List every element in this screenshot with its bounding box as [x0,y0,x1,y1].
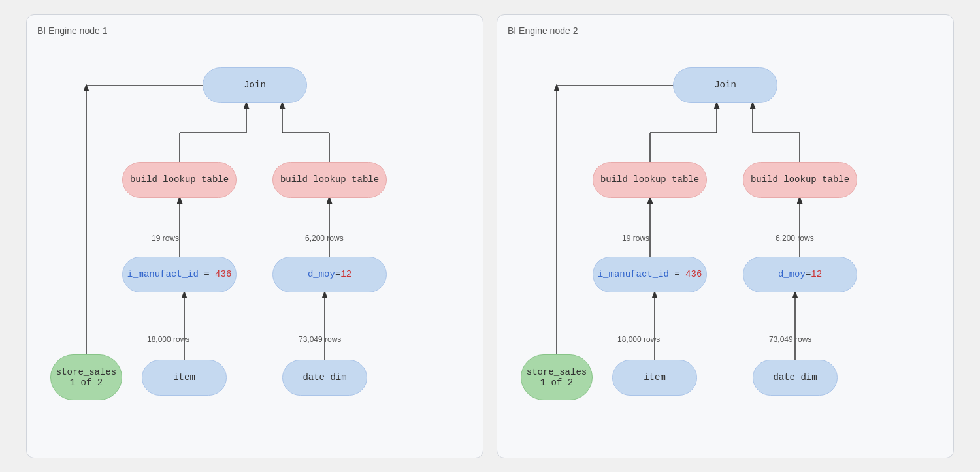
diagram-2: Join build lookup table build lookup tab… [508,41,943,459]
item-node-1: item [142,360,227,396]
filter-right-node-1: d_moy=12 [272,257,387,292]
date-dim-node-2: date_dim [753,360,838,396]
row-label-filter-left-1: 18,000 rows [147,335,189,344]
store-sales-node-2: store_sales 1 of 2 [521,354,593,400]
blt-left-node-1: build lookup table [122,162,237,198]
panel-title-1: BI Engine node 1 [37,25,472,36]
item-node-2: item [612,360,697,396]
join-node-2: Join [673,67,777,103]
engine-panel-1: BI Engine node 1 [26,14,483,458]
blt-left-node-2: build lookup table [593,162,707,198]
row-label-filter-right-1: 73,049 rows [299,335,341,344]
row-label-blt-right-1: 6,200 rows [305,234,344,243]
engine-panel-2: BI Engine node 2 [497,14,954,458]
panel-title-2: BI Engine node 2 [508,25,943,36]
row-label-blt-left-2: 19 rows [622,234,649,243]
filter-right-node-2: d_moy=12 [743,257,857,292]
row-label-filter-right-2: 73,049 rows [769,335,811,344]
filter-left-node-1: i_manufact_id = 436 [122,257,237,292]
store-sales-node-1: store_sales 1 of 2 [50,354,122,400]
diagram-1: Join build lookup table build lookup tab… [37,41,472,459]
row-label-filter-left-2: 18,000 rows [617,335,660,344]
row-label-blt-left-1: 19 rows [152,234,179,243]
blt-right-node-2: build lookup table [743,162,857,198]
date-dim-node-1: date_dim [282,360,367,396]
filter-left-node-2: i_manufact_id = 436 [593,257,707,292]
blt-right-node-1: build lookup table [272,162,387,198]
row-label-blt-right-2: 6,200 rows [776,234,814,243]
join-node-1: Join [203,67,307,103]
